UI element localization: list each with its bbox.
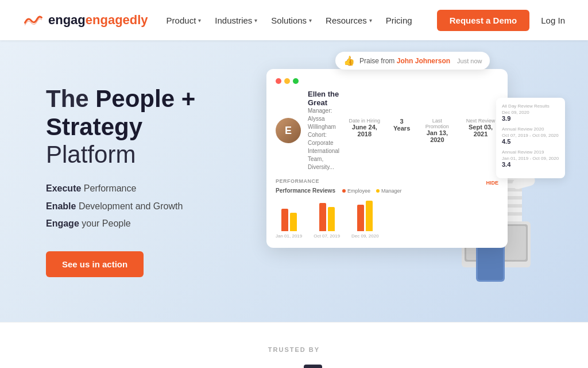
hero-visual: 👍 Praise from John Johnerson Just now E …	[266, 52, 565, 316]
navbar: engagengagedly Product ▾ Industries ▾ So…	[0, 0, 588, 40]
product-chevron-icon: ▾	[198, 17, 201, 24]
industries-chevron-icon: ▾	[254, 17, 257, 24]
see-in-action-button[interactable]: See us in action	[46, 251, 144, 277]
review-result-1: All Day Review Results Dec 09, 2020 3.9	[502, 103, 559, 122]
hero-bullets: Execute Performance Enable Development a…	[46, 182, 241, 230]
rite-aid-shield-icon: 🛡	[304, 365, 322, 369]
employee-role: Manager: Alyssa Willingham	[308, 107, 339, 131]
legend-manager: Manager	[376, 188, 402, 194]
bar-employee	[281, 209, 288, 231]
performance-section: PERFORMANCE HIDE Performance Reviews Emp…	[276, 178, 498, 239]
bar-employee	[357, 205, 364, 231]
nav-product[interactable]: Product ▾	[167, 16, 202, 25]
minimize-dot	[284, 78, 290, 84]
employee-name: Ellen the Great	[308, 90, 339, 107]
stat-next-review: Next Review Sept 03, 2021	[463, 118, 498, 143]
resources-chevron-icon: ▾	[369, 17, 372, 24]
request-demo-button[interactable]: Request a Demo	[437, 10, 530, 31]
login-button[interactable]: Log In	[541, 16, 565, 25]
nav-pricing[interactable]: Pricing	[386, 16, 412, 25]
hero-title: The People + Strategy Platform	[46, 85, 241, 168]
bar-label: Dec 09, 2020	[351, 233, 379, 239]
bar-label: Oct 07, 2019	[314, 233, 340, 239]
dashboard-card: E Ellen the Great Manager: Alyssa Willin…	[266, 69, 508, 248]
thumbs-up-icon: 👍	[343, 55, 355, 66]
performance-title: PERFORMANCE	[276, 178, 319, 184]
bar-label: Jan 01, 2019	[276, 233, 302, 239]
maximize-dot	[293, 78, 299, 84]
trusted-logos: upwork BRINKS ✳ coupa 🛡 RITE AID	[78, 365, 510, 369]
trusted-section: TRUSTED BY upwork BRINKS ✳ coupa 🛡 RITE …	[0, 322, 588, 368]
navbar-right: Request a Demo Log In	[437, 10, 565, 31]
rite-aid-logo: 🛡 RITE AID	[304, 365, 345, 369]
employee-dept: Cohort: Corporate International Team, Di…	[308, 131, 339, 171]
hero-section: The People + Strategy Platform Execute P…	[0, 40, 588, 322]
stat-date-hired: Date in Hiring June 24, 2018	[346, 118, 383, 143]
review-result-3: Annual Review 2019 Jan 01, 2019 - Oct 09…	[502, 150, 559, 168]
logo-icon	[23, 12, 44, 28]
right-stats-panel: All Day Review Results Dec 09, 2020 3.9 …	[496, 98, 565, 178]
chart-header: Performance Reviews Employee Manager	[276, 187, 498, 194]
hero-bullet-2: Enable Development and Growth	[46, 200, 241, 213]
brand-name: engagengagedly	[48, 13, 148, 28]
logo[interactable]: engagengagedly	[23, 12, 148, 28]
hide-button[interactable]: HIDE	[486, 180, 498, 186]
bar-employee	[319, 203, 326, 231]
bar-manager	[328, 207, 335, 231]
employee-header: E Ellen the Great Manager: Alyssa Willin…	[276, 90, 498, 171]
bar-chart: Jan 01, 2019 Oct 07, 2019 Dec 09, 2020	[276, 198, 498, 239]
bar-manager	[366, 201, 373, 231]
hero-content: The People + Strategy Platform Execute P…	[0, 85, 241, 277]
nav-solutions[interactable]: Solutions ▾	[271, 16, 312, 25]
stat-last-promotion: Last Promotion Jan 13, 2020	[421, 118, 454, 143]
praise-badge: 👍 Praise from John Johnerson Just now	[335, 52, 490, 70]
employee-legend-dot	[342, 189, 346, 193]
close-dot	[276, 78, 281, 84]
bar-manager	[290, 213, 297, 231]
window-controls	[276, 78, 498, 84]
nav-resources[interactable]: Resources ▾	[326, 16, 372, 25]
stat-years: 3 Years	[392, 118, 412, 143]
hero-bullet-1: Execute Performance	[46, 182, 241, 195]
solutions-chevron-icon: ▾	[309, 17, 312, 24]
hero-bullet-3: Engage your People	[46, 217, 241, 230]
nav-links: Product ▾ Industries ▾ Solutions ▾ Resou…	[167, 16, 412, 25]
trusted-label: TRUSTED BY	[268, 346, 320, 353]
avatar: E	[276, 118, 301, 143]
review-result-2: Annual Review 2020 Oct 07, 2019 - Oct 09…	[502, 126, 559, 145]
employee-info: Ellen the Great Manager: Alyssa Willingh…	[308, 90, 339, 171]
employee-stats: Date in Hiring June 24, 2018 3 Years Las…	[346, 118, 498, 143]
nav-industries[interactable]: Industries ▾	[215, 16, 257, 25]
